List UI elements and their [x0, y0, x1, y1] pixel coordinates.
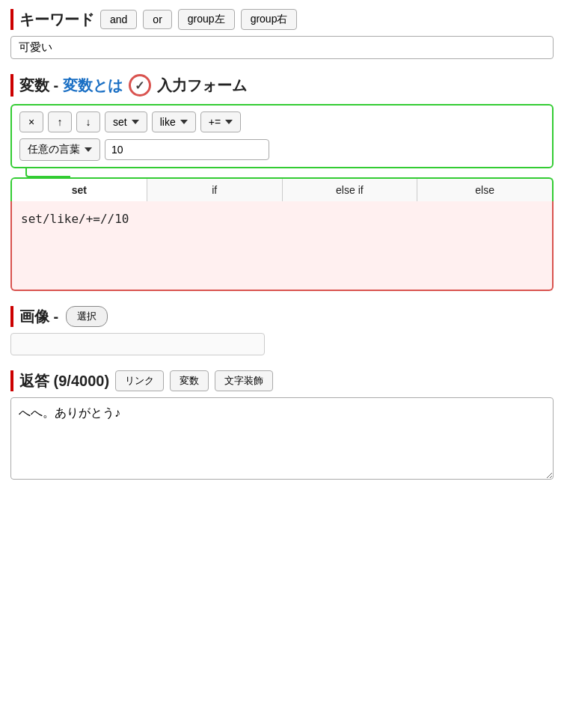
variable-form: × ↑ ↓ set like += 任意の言葉 [10, 104, 554, 168]
up-button[interactable]: ↑ [48, 111, 72, 132]
assign-dropdown-arrow [225, 120, 233, 124]
set-dropdown[interactable]: set [105, 111, 147, 132]
and-button[interactable]: and [100, 10, 137, 29]
answer-section: 返答 (9/4000) リンク 変数 文字装飾 へへ。ありがとう♪ [10, 370, 554, 482]
connector-line [25, 168, 70, 177]
tab-else[interactable]: else [417, 179, 552, 201]
assign-dropdown[interactable]: += [200, 111, 241, 132]
tabs-bar: set if else if else [10, 177, 554, 201]
image-select-button[interactable]: 選択 [66, 306, 108, 327]
image-section: 画像 - 選択 [10, 306, 554, 355]
keyword-section: キーワード and or group左 group右 [10, 9, 554, 59]
tab-else-if[interactable]: else if [283, 179, 418, 201]
variable-title: 変数 - 変数とは [19, 76, 123, 96]
image-title: 画像 - [19, 307, 58, 327]
variable-title-suffix: 入力フォーム [157, 76, 247, 96]
or-button[interactable]: or [143, 10, 171, 29]
down-button[interactable]: ↓ [76, 111, 100, 132]
word-dropdown-arrow [85, 147, 92, 152]
answer-title: 返答 (9/4000) [19, 371, 109, 391]
check-circle-icon[interactable] [129, 74, 151, 97]
answer-textarea[interactable]: へへ。ありがとう♪ [10, 397, 554, 480]
variable-row1: × ↑ ↓ set like += [19, 111, 545, 132]
variable-button[interactable]: 変数 [170, 370, 209, 391]
group-right-button[interactable]: group右 [241, 9, 298, 30]
link-button[interactable]: リンク [115, 370, 164, 391]
set-dropdown-arrow [132, 120, 139, 124]
tab-set[interactable]: set [12, 179, 147, 201]
variable-section: 変数 - 変数とは 入力フォーム × ↑ ↓ set like += 任意の [10, 74, 554, 291]
word-dropdown[interactable]: 任意の言葉 [19, 138, 100, 161]
image-path-input[interactable] [10, 333, 265, 355]
group-left-button[interactable]: group左 [178, 9, 235, 30]
variable-code-area: set/like/+=/​/10 [10, 201, 554, 291]
keyword-input[interactable] [10, 36, 554, 59]
variable-value-input[interactable] [105, 139, 269, 160]
variable-title-blue: 変数とは [63, 77, 123, 94]
variable-row2: 任意の言葉 [19, 138, 545, 161]
decoration-button[interactable]: 文字装飾 [215, 370, 273, 391]
keyword-header: キーワード and or group左 group右 [10, 9, 554, 30]
like-dropdown[interactable]: like [152, 111, 196, 132]
tab-if[interactable]: if [147, 179, 283, 201]
close-button[interactable]: × [19, 111, 43, 132]
like-dropdown-arrow [180, 120, 188, 124]
keyword-title: キーワード [19, 10, 94, 30]
variable-tabs-wrapper: set if else if else set/like/+=/​/10 [10, 168, 554, 291]
image-header: 画像 - 選択 [10, 306, 554, 327]
answer-header: 返答 (9/4000) リンク 変数 文字装飾 [10, 370, 554, 391]
code-content: set/like/+=/​/10 [21, 212, 129, 226]
variable-header: 変数 - 変数とは 入力フォーム [10, 74, 554, 97]
